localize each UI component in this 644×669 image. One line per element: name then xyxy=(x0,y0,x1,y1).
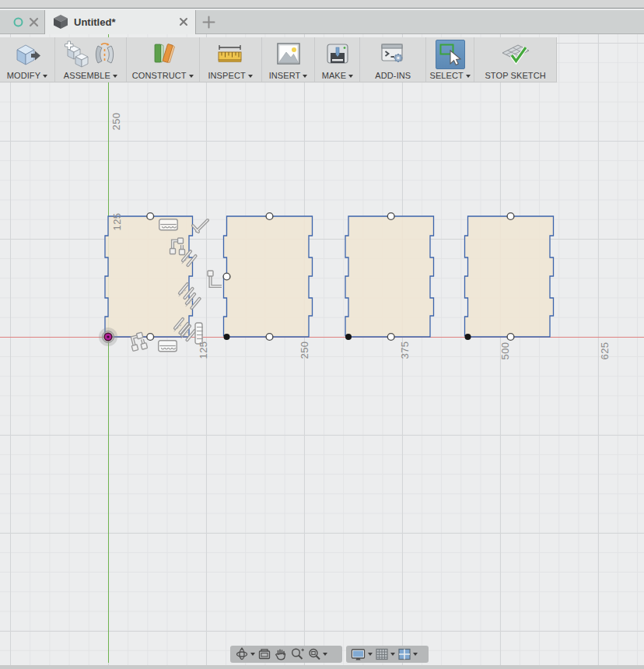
window-title-strip xyxy=(0,0,644,9)
constraint-tick-icon[interactable] xyxy=(193,220,208,232)
sketch-profile-3[interactable] xyxy=(345,216,434,337)
display-dropdown-icon xyxy=(368,653,373,656)
toolbar-group-addins[interactable]: ADD-INS xyxy=(360,37,426,82)
midpoint-handle[interactable] xyxy=(147,334,154,341)
toolbar-group-stopsketch[interactable]: STOP SKETCH xyxy=(474,37,556,82)
insert-label: INSERT xyxy=(269,71,301,80)
inspect-label: INSPECT xyxy=(208,71,245,80)
pan-button[interactable] xyxy=(274,647,288,661)
viewports-dropdown-icon xyxy=(413,653,418,656)
display-settings-icon xyxy=(351,647,366,661)
grid-settings-icon xyxy=(375,647,389,661)
zoom-icon xyxy=(290,647,305,661)
new-tab-icon[interactable] xyxy=(201,10,216,34)
toolbar: MODIFY xyxy=(0,37,557,82)
toolbar-group-assemble[interactable]: ASSEMBLE xyxy=(55,37,127,82)
modify-dropdown-icon xyxy=(43,75,47,78)
display-navbar xyxy=(346,646,429,663)
midpoint-handle[interactable] xyxy=(387,213,394,220)
sketch-geometry xyxy=(0,0,644,669)
make-icon xyxy=(324,40,352,68)
document-cube-icon xyxy=(52,13,69,30)
stop-sketch-icon xyxy=(500,40,531,68)
y-axis-label: 250 xyxy=(110,112,122,130)
toolbar-group-make[interactable]: MAKE xyxy=(315,37,360,82)
construct-label: CONSTRUCT xyxy=(132,71,187,80)
pan-icon xyxy=(274,647,288,661)
orbit-dropdown-icon xyxy=(250,653,255,656)
close-all-icon[interactable] xyxy=(26,10,40,34)
make-label: MAKE xyxy=(322,71,347,80)
grid-settings-button[interactable] xyxy=(375,647,395,661)
view-navbar xyxy=(230,646,342,663)
modify-label: MODIFY xyxy=(7,71,40,80)
look-at-button[interactable] xyxy=(257,647,271,661)
tab-close-icon[interactable] xyxy=(179,17,188,26)
toolbar-group-insert[interactable]: INSERT xyxy=(262,37,316,82)
y-axis-label: 125 xyxy=(111,212,123,230)
viewports-button[interactable] xyxy=(397,647,418,661)
constraint-perp-icon[interactable] xyxy=(208,271,222,286)
select-dropdown-icon xyxy=(466,75,471,78)
toolbar-group-inspect[interactable]: INSPECT xyxy=(200,37,262,82)
zoom-button[interactable] xyxy=(290,647,305,661)
sketch-profile-4[interactable] xyxy=(465,216,554,337)
sketch-point[interactable] xyxy=(465,334,471,340)
insert-dropdown-icon xyxy=(303,75,307,78)
modify-icon xyxy=(12,40,41,68)
construct-dropdown-icon xyxy=(189,75,194,78)
x-axis-label: 500 xyxy=(499,342,511,359)
midpoint-handle[interactable] xyxy=(223,273,230,280)
constraint-flush-icon[interactable] xyxy=(159,219,178,230)
status-circle-icon[interactable] xyxy=(11,10,25,34)
zoom-window-dropdown-icon xyxy=(323,653,327,656)
x-axis-label: 625 xyxy=(599,342,611,359)
midpoint-handle[interactable] xyxy=(266,334,273,341)
viewports-icon xyxy=(397,647,411,661)
addins-icon xyxy=(379,40,407,68)
x-axis-label: 250 xyxy=(299,341,310,359)
document-tab-bar: Untitled* xyxy=(0,10,644,34)
select-icon xyxy=(436,40,465,69)
look-at-icon xyxy=(257,647,271,661)
addins-label: ADD-INS xyxy=(375,71,411,80)
tab-title: Untitled* xyxy=(74,16,115,28)
zoom-window-button[interactable] xyxy=(307,647,327,661)
assemble-label: ASSEMBLE xyxy=(64,71,110,80)
zoom-window-icon xyxy=(307,647,321,661)
midpoint-handle[interactable] xyxy=(387,334,394,341)
construct-icon xyxy=(149,40,177,68)
sketch-point[interactable] xyxy=(345,334,352,340)
display-settings-button[interactable] xyxy=(351,647,373,661)
insert-icon xyxy=(275,40,303,68)
sketch-profile-1[interactable] xyxy=(105,216,193,337)
origin-point[interactable] xyxy=(99,327,117,346)
midpoint-handle[interactable] xyxy=(266,213,273,220)
grid-dropdown-icon xyxy=(390,653,395,656)
window-bottom-edge xyxy=(0,665,644,669)
orbit-icon xyxy=(235,647,249,661)
select-label: SELECT xyxy=(430,71,464,80)
toolbar-group-select[interactable]: SELECT xyxy=(426,37,474,82)
make-dropdown-icon xyxy=(348,75,353,78)
sketch-point[interactable] xyxy=(224,334,230,340)
x-axis-label: 125 xyxy=(198,341,209,359)
toolbar-group-construct[interactable]: CONSTRUCT xyxy=(127,37,200,82)
inspect-dropdown-icon xyxy=(248,75,253,78)
stop-sketch-label: STOP SKETCH xyxy=(485,71,545,80)
sketch-profile-2[interactable] xyxy=(224,216,313,337)
joint-icon xyxy=(91,40,117,68)
fusion-window: 125250375500625125250 Untitled* xyxy=(0,0,644,669)
new-component-icon xyxy=(63,40,89,68)
document-tab[interactable]: Untitled* xyxy=(44,10,196,34)
inspect-icon xyxy=(216,40,244,68)
orbit-button[interactable] xyxy=(235,647,255,661)
midpoint-handle[interactable] xyxy=(507,334,514,341)
x-axis-label: 375 xyxy=(399,341,411,359)
assemble-dropdown-icon xyxy=(113,75,117,78)
constraint-flush-icon[interactable] xyxy=(159,341,177,352)
midpoint-handle[interactable] xyxy=(147,213,154,220)
midpoint-handle[interactable] xyxy=(507,213,514,220)
toolbar-group-modify[interactable]: MODIFY xyxy=(0,37,55,82)
